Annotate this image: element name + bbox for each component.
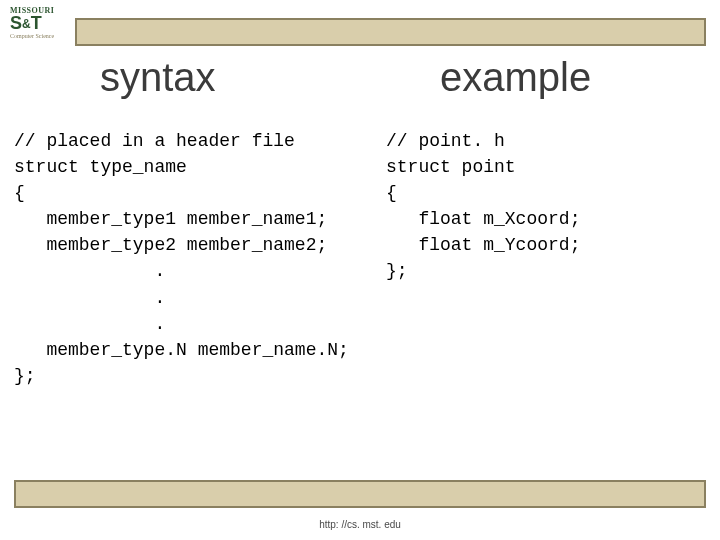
code-syntax: // placed in a header file struct type_n… — [14, 128, 386, 389]
logo-department: Computer Science — [10, 33, 70, 39]
code-columns: // placed in a header file struct type_n… — [14, 128, 706, 389]
logo-main: S&T — [10, 14, 70, 32]
footer-bar — [14, 480, 706, 508]
code-example: // point. h struct point { float m_Xcoor… — [386, 128, 706, 389]
headings-row: syntax example — [0, 55, 720, 100]
heading-example: example — [380, 55, 720, 100]
footer-url: http: //cs. mst. edu — [0, 519, 720, 530]
header-bar — [75, 18, 706, 46]
logo: MISSOURI S&T Computer Science — [10, 6, 70, 62]
heading-syntax: syntax — [0, 55, 380, 100]
